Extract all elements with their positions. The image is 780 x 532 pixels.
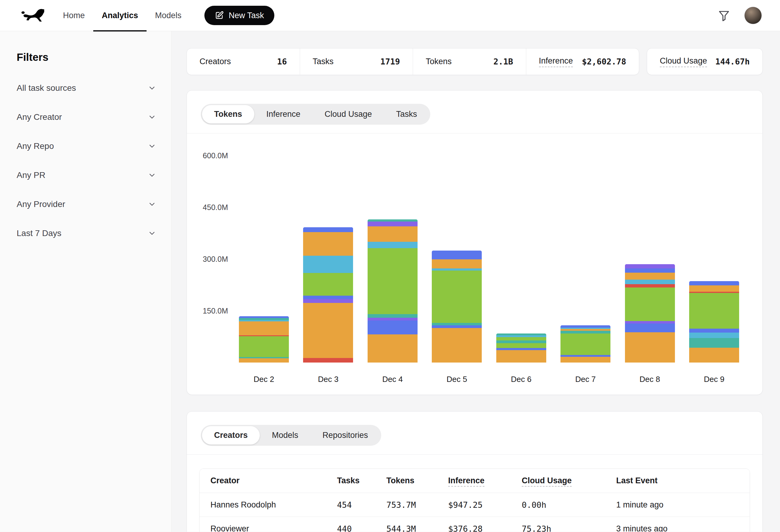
segment-orange — [432, 328, 482, 363]
segment-sky — [625, 280, 675, 284]
segment-green — [303, 273, 353, 296]
segment-green — [689, 293, 739, 329]
column-label-last-event: Last Event — [616, 476, 658, 485]
filter-any-provider[interactable]: Any Provider — [17, 190, 156, 219]
tokens-bar-chart: Dec 2Dec 3Dec 4Dec 5Dec 6Dec 7Dec 8Dec 9… — [187, 134, 763, 394]
filter-all-task-sources[interactable]: All task sources — [17, 73, 156, 103]
main-content: Creators16Tasks1719Tokens2.1BInference$2… — [172, 31, 780, 532]
cell-tokens: 544.3M — [386, 524, 448, 532]
chart-card: TokensInferenceCloud UsageTasks Dec 2Dec… — [187, 90, 763, 395]
segment-blue — [432, 251, 482, 260]
column-header-tokens: Tokens — [386, 476, 448, 485]
tab-cloud-usage[interactable]: Cloud Usage — [312, 105, 384, 123]
stats-card-1: Cloud Usage144.67h — [647, 48, 763, 75]
column-header-inference[interactable]: Inference — [448, 476, 522, 485]
filter-last-7-days[interactable]: Last 7 Days — [17, 219, 156, 248]
stat-label-cloud-usage[interactable]: Cloud Usage — [660, 56, 707, 67]
cell-creator: Hannes Roodolph — [210, 500, 337, 510]
column-label-tasks: Tasks — [337, 476, 360, 485]
filter-any-repo[interactable]: Any Repo — [17, 131, 156, 161]
stat-value-cloud-usage: 144.67h — [715, 57, 750, 66]
column-header-cloud-usage[interactable]: Cloud Usage — [522, 476, 616, 485]
tab-creators[interactable]: Creators — [202, 426, 260, 444]
creators-table: CreatorTasksTokensInferenceCloud UsageLa… — [199, 469, 750, 532]
x-axis-label-dec-6: Dec 6 — [496, 375, 546, 384]
nav-analytics[interactable]: Analytics — [93, 0, 147, 31]
segment-sky — [689, 332, 739, 338]
kangaroo-logo[interactable] — [18, 7, 44, 24]
segment-blue — [496, 348, 546, 350]
user-avatar[interactable] — [744, 7, 762, 24]
bar-dec-9[interactable] — [689, 281, 739, 363]
cell-last_event: 3 minutes ago — [616, 524, 739, 532]
column-label-tokens: Tokens — [386, 476, 415, 485]
stat-tokens: Tokens2.1B — [413, 48, 526, 75]
nav-home[interactable]: Home — [54, 0, 93, 31]
chart-card-tabs: TokensInferenceCloud UsageTasks — [187, 91, 763, 134]
bar-dec-7[interactable] — [560, 325, 611, 363]
column-label-creator: Creator — [210, 476, 240, 485]
table-row-rooviewer[interactable]: Rooviewer440544.3M$376.2875.23h3 minutes… — [200, 517, 750, 532]
tab-tokens[interactable]: Tokens — [202, 105, 254, 123]
chart-x-labels: Dec 2Dec 3Dec 4Dec 5Dec 6Dec 7Dec 8Dec 9 — [239, 375, 739, 384]
segment-teal — [689, 338, 739, 348]
segment-red — [303, 358, 353, 363]
filter-label: Last 7 Days — [17, 228, 61, 238]
stat-label-creators: Creators — [200, 57, 231, 66]
stat-inference: Inference$2,602.78 — [526, 48, 639, 75]
segment-blue — [560, 325, 611, 328]
cell-cloud_usage: 75.23h — [522, 524, 616, 532]
table-tab-group: CreatorsModelsRepositories — [201, 425, 381, 446]
segment-sky — [303, 256, 353, 273]
nav-models[interactable]: Models — [147, 0, 190, 31]
cell-creator: Rooviewer — [210, 524, 337, 532]
segment-teal — [560, 331, 611, 333]
cell-inference: $376.28 — [448, 524, 522, 532]
bar-dec-6[interactable] — [496, 333, 546, 363]
bar-dec-8[interactable] — [625, 264, 675, 363]
stat-label-tasks: Tasks — [313, 57, 334, 66]
segment-red — [625, 284, 675, 287]
filter-funnel-icon[interactable] — [718, 9, 730, 22]
x-axis-label-dec-3: Dec 3 — [303, 375, 353, 384]
stat-value-tasks: 1719 — [380, 57, 400, 66]
segment-green — [368, 248, 418, 314]
tab-inference[interactable]: Inference — [254, 105, 313, 123]
stat-label-inference[interactable]: Inference — [539, 56, 573, 67]
segment-orange — [625, 332, 675, 363]
cell-tasks: 454 — [337, 500, 386, 510]
filter-any-pr[interactable]: Any PR — [17, 161, 156, 190]
segment-teal — [368, 314, 418, 317]
segment-teal — [368, 219, 418, 221]
filter-label: Any PR — [17, 170, 45, 180]
segment-blue — [303, 296, 353, 299]
filter-any-creator[interactable]: Any Creator — [17, 103, 156, 131]
tab-tasks[interactable]: Tasks — [384, 105, 429, 123]
filter-label: Any Repo — [17, 141, 54, 151]
tab-repositories[interactable]: Repositories — [310, 426, 380, 444]
column-label-inference: Inference — [448, 476, 484, 487]
segment-green — [496, 337, 546, 340]
cell-tokens: 753.7M — [386, 500, 448, 510]
bar-dec-5[interactable] — [432, 251, 482, 363]
kangaroo-logo-icon — [18, 7, 44, 23]
segment-teal — [432, 323, 482, 325]
page-layout: Filters All task sourcesAny CreatorAny R… — [0, 31, 780, 532]
bar-dec-4[interactable] — [368, 219, 418, 363]
segment-teal — [239, 318, 289, 320]
table-header-row: CreatorTasksTokensInferenceCloud UsageLa… — [200, 469, 750, 493]
tab-models[interactable]: Models — [260, 426, 310, 444]
column-header-last-event: Last Event — [616, 476, 739, 485]
x-axis-label-dec-9: Dec 9 — [689, 375, 739, 384]
stat-value-tokens: 2.1B — [493, 57, 513, 66]
y-axis-label-600-0m: 600.0M — [187, 151, 228, 160]
x-axis-label-dec-4: Dec 4 — [368, 375, 418, 384]
segment-sky — [432, 268, 482, 271]
bar-dec-3[interactable] — [303, 227, 353, 363]
main-nav: HomeAnalyticsModels — [54, 0, 190, 31]
bar-dec-2[interactable] — [239, 316, 289, 363]
segment-green — [560, 333, 611, 355]
chart-bars — [239, 137, 739, 363]
table-row-hannes-roodolph[interactable]: Hannes Roodolph454753.7M$947.250.00h1 mi… — [200, 493, 750, 517]
new-task-button[interactable]: New Task — [204, 6, 274, 25]
